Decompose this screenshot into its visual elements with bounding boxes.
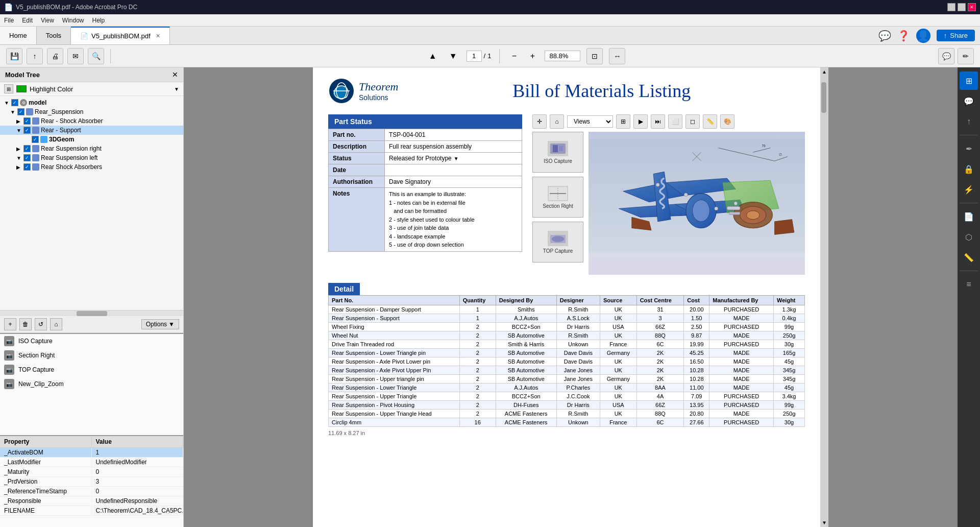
capture-delete-btn[interactable]: 🗑 xyxy=(19,318,32,330)
minimize-btn[interactable]: — xyxy=(947,3,955,11)
upload-btn[interactable]: ↑ xyxy=(27,48,43,64)
ar-btn-measure[interactable]: 📏 xyxy=(960,248,978,267)
props-row-1[interactable]: _LastModifier UndefiniedModifier xyxy=(0,458,183,467)
tree-checkbox-rear-susp[interactable]: ✓ xyxy=(17,108,24,115)
capture-refresh-btn[interactable]: ↺ xyxy=(35,318,47,330)
ar-btn-panels[interactable]: ⊞ xyxy=(960,71,978,90)
tree-toggle-shock[interactable]: ▶ xyxy=(16,118,23,124)
highlight-color-swatch[interactable] xyxy=(16,85,27,92)
ar-btn-enhance[interactable]: ⚡ xyxy=(960,180,978,199)
tree-checkbox-susp-right[interactable]: ✓ xyxy=(23,145,31,152)
close-btn[interactable]: ✕ xyxy=(968,3,976,11)
menu-window[interactable]: Window xyxy=(62,17,84,24)
tab-file-close[interactable]: ✕ xyxy=(156,33,160,39)
tree-scrollbar-thumb[interactable] xyxy=(77,311,107,316)
share-button[interactable]: ↑ Share xyxy=(937,30,975,41)
tab-tools[interactable]: Tools xyxy=(37,27,71,44)
capture-home-btn[interactable]: ⌂ xyxy=(50,318,62,330)
props-row-5[interactable]: _Responsible UndefinedResponsible xyxy=(0,496,183,506)
capture-thumb-iso[interactable]: ISO Capture xyxy=(532,132,583,173)
views-select[interactable]: Views xyxy=(567,115,613,128)
tree-toggle-rear-susp[interactable]: ▼ xyxy=(10,109,17,115)
tree-toggle-susp-right[interactable]: ▶ xyxy=(16,146,23,152)
tab-home[interactable]: Home xyxy=(0,27,37,44)
props-row-4[interactable]: _ReferenceTimeStamp 0 xyxy=(0,487,183,496)
props-row-3[interactable]: _PrdVersion 3 xyxy=(0,477,183,487)
menu-file[interactable]: File xyxy=(4,17,14,24)
tree-toggle-support[interactable]: ▼ xyxy=(16,128,23,133)
capture-list-area[interactable]: 📷 ISO Capture 📷 Section Right 📷 TOP Capt… xyxy=(0,333,183,435)
tree-checkbox-shock[interactable]: ✓ xyxy=(23,117,31,125)
zoom-out-btn[interactable]: − xyxy=(508,50,520,62)
ar-btn-comment[interactable]: 💬 xyxy=(960,92,978,110)
capture-item-section-right[interactable]: 📷 Section Right xyxy=(0,348,183,363)
restore-btn[interactable]: ❐ xyxy=(958,3,966,11)
tree-checkbox-support[interactable]: ✓ xyxy=(23,127,31,134)
menu-help[interactable]: Help xyxy=(92,17,105,24)
capture-add-btn[interactable]: + xyxy=(4,318,16,330)
view3d-color-btn[interactable]: 🎨 xyxy=(720,114,734,129)
ar-btn-more[interactable]: ≡ xyxy=(960,275,978,294)
tree-checkbox-model[interactable]: ✓ xyxy=(11,99,18,106)
ar-btn-fillsign[interactable]: ✒ xyxy=(960,139,978,158)
page-number-input[interactable] xyxy=(467,51,482,62)
zoom-display[interactable]: 88.8% xyxy=(545,51,580,61)
tree-toggle-susp-left[interactable]: ▼ xyxy=(16,155,23,161)
scroll-up-arrow[interactable]: ▲ xyxy=(820,67,828,76)
capture-thumb-top[interactable]: TOP Capture xyxy=(532,222,583,262)
props-row-6[interactable]: FILENAME C:\Theorem\CAD_18.4_CA5PC... xyxy=(0,506,183,516)
tree-item-shock-absorber[interactable]: ▶ ✓ Rear - Shock Absorber xyxy=(0,116,183,126)
tree-item-shock-absorbers[interactable]: ▶ ✓ Rear Shock Absorbers xyxy=(0,162,183,172)
ar-btn-export[interactable]: ⬡ xyxy=(960,228,978,246)
tree-item-rear-support[interactable]: ▼ ✓ Rear - Support xyxy=(0,126,183,135)
prev-page-btn[interactable]: ▲ xyxy=(426,49,440,63)
ar-btn-organize[interactable]: 📄 xyxy=(960,207,978,226)
ar-btn-protect[interactable]: 🔒 xyxy=(960,160,978,178)
options-dropdown-btn[interactable]: Options ▼ xyxy=(141,319,179,329)
model-tree-area[interactable]: ▼ ✓ ⚙ model ▼ ✓ Rear_Suspension ▶ ✓ Rear… xyxy=(0,96,183,310)
sidebar-close-btn[interactable]: ✕ xyxy=(172,70,178,79)
tree-toggle-3dgeom[interactable] xyxy=(24,137,32,142)
tree-scrollbar-h[interactable] xyxy=(0,310,183,316)
user-avatar[interactable]: 👤 xyxy=(916,29,930,43)
tree-item-model[interactable]: ▼ ✓ ⚙ model xyxy=(0,98,183,107)
view3d-home-btn[interactable]: ⌂ xyxy=(550,114,564,129)
highlight-color-dropdown[interactable]: ▼ xyxy=(174,86,179,92)
email-btn[interactable]: ✉ xyxy=(67,48,84,64)
zoom-in-btn[interactable]: + xyxy=(526,50,538,62)
menu-view[interactable]: View xyxy=(41,17,54,24)
search-btn[interactable]: 🔍 xyxy=(88,48,104,64)
tree-item-susp-right[interactable]: ▶ ✓ Rear Suspension right xyxy=(0,144,183,153)
view3d-playfast-btn[interactable]: ⏭ xyxy=(651,114,665,129)
capture-item-clip-zoom[interactable]: 📷 New_Clip_Zoom xyxy=(0,377,183,391)
view3d-move-btn[interactable]: ✛ xyxy=(532,114,547,129)
capture-item-iso[interactable]: 📷 ISO Capture xyxy=(0,334,183,348)
comment-icon[interactable]: 💬 xyxy=(878,30,891,42)
fit-width-btn[interactable]: ↔ xyxy=(609,48,625,64)
tree-toggle-shock-abs[interactable]: ▶ xyxy=(16,164,23,170)
print-btn[interactable]: 🖨 xyxy=(47,48,63,64)
tree-item-susp-left[interactable]: ▼ ✓ Rear Suspension left xyxy=(0,153,183,162)
tree-checkbox-3dgeom[interactable]: ✓ xyxy=(32,136,39,143)
ar-btn-share[interactable]: ↑ xyxy=(960,112,978,131)
tree-toggle-model[interactable]: ▼ xyxy=(4,100,11,106)
capture-item-top[interactable]: 📷 TOP Capture xyxy=(0,363,183,377)
status-dropdown-icon[interactable]: ▼ xyxy=(454,156,459,161)
scroll-down-arrow[interactable]: ▼ xyxy=(820,518,828,527)
view3d-measure-btn[interactable]: 📏 xyxy=(703,114,717,129)
scrollbar-thumb-v[interactable] xyxy=(821,82,826,113)
menu-edit[interactable]: Edit xyxy=(22,17,33,24)
vertical-scrollbar[interactable]: ▲ ▼ xyxy=(820,67,828,527)
view3d-play-btn[interactable]: ▶ xyxy=(633,114,648,129)
view3d-cube-btn[interactable]: ⬜ xyxy=(668,114,682,129)
pen-tool-btn[interactable]: ✏ xyxy=(958,48,974,64)
tree-item-rear-suspension[interactable]: ▼ ✓ Rear_Suspension xyxy=(0,107,183,116)
save-btn[interactable]: 💾 xyxy=(6,48,22,64)
tree-checkbox-shock-abs[interactable]: ✓ xyxy=(23,163,31,171)
main3d-view[interactable]: ∅ 76 xyxy=(589,132,805,275)
view3d-cube2-btn[interactable]: ◻ xyxy=(685,114,700,129)
next-page-btn[interactable]: ▼ xyxy=(446,49,460,63)
content-area[interactable]: Theorem Solutions Bill of Materials List… xyxy=(184,67,958,527)
tab-file[interactable]: 📄 V5_publishBOM.pdf ✕ xyxy=(71,27,170,44)
tree-item-3dgeom[interactable]: ✓ 3DGeom xyxy=(0,135,183,144)
